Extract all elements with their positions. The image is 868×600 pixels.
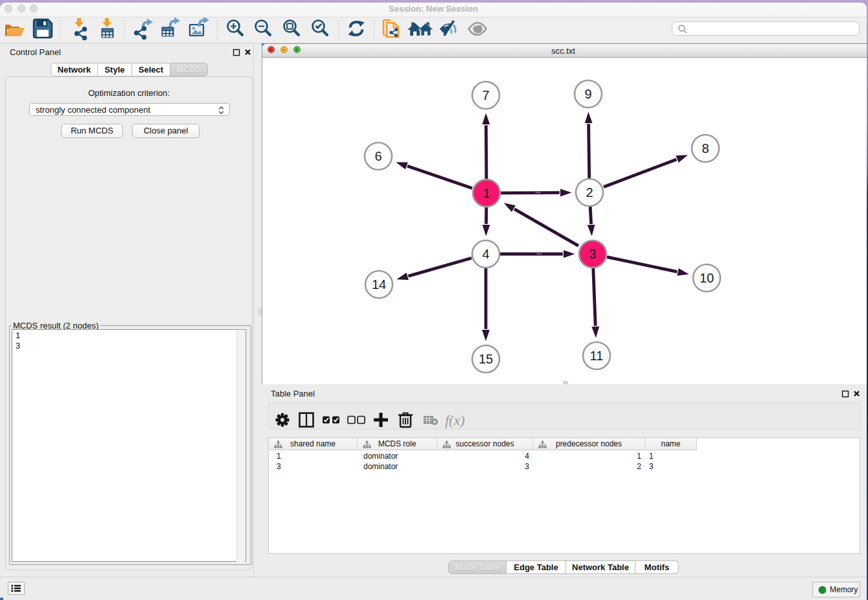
svg-text:9: 9: [584, 87, 591, 101]
svg-text:2: 2: [586, 185, 593, 200]
svg-text:3: 3: [589, 247, 596, 261]
svg-text:4: 4: [482, 247, 489, 261]
svg-text:11: 11: [590, 349, 604, 363]
svg-text:8: 8: [702, 141, 709, 156]
svg-text:7: 7: [482, 88, 489, 102]
svg-text:f(x): f(x): [445, 412, 465, 428]
svg-text:1: 1: [483, 186, 490, 200]
svg-text:14: 14: [372, 277, 386, 292]
svg-text:10: 10: [700, 271, 714, 285]
svg-text:6: 6: [374, 149, 382, 163]
svg-text:15: 15: [479, 352, 493, 366]
